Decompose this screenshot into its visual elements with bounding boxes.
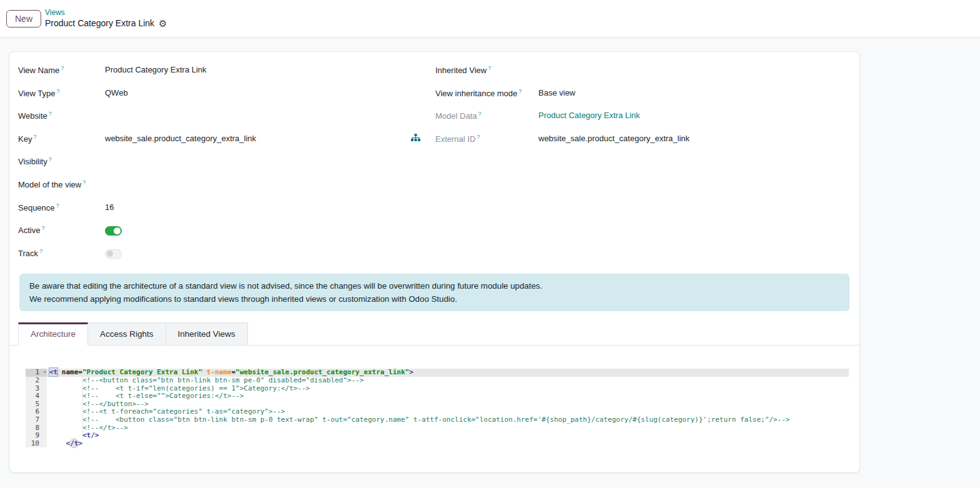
code-line-content: <!-- <t t-else="">Categories:</t>--> xyxy=(47,392,849,401)
field-label-visibility: Visibility? xyxy=(18,155,105,166)
field-text-view-name[interactable]: Product Category Extra Link xyxy=(105,65,207,74)
help-marker-icon: ? xyxy=(41,225,44,231)
field-label-view-name: View Name? xyxy=(18,64,105,75)
code-line-content: <!-- <button class="btn btn-link btn-sm … xyxy=(47,416,849,424)
field-row-inherited-view: Inherited View? xyxy=(435,64,849,87)
line-number: 10 xyxy=(26,440,47,448)
line-number: 4 xyxy=(26,392,47,401)
help-marker-icon: ? xyxy=(488,65,491,71)
field-text-view-type[interactable]: QWeb xyxy=(105,88,128,97)
standard-view-warning-alert: Be aware that editing the architecture o… xyxy=(19,274,849,311)
field-value-view-name: Product Category Extra Link xyxy=(105,64,435,74)
field-row-active: Active? xyxy=(18,224,435,247)
code-line-8: 8 <!--</t>--> xyxy=(26,424,849,432)
field-row-website: Website? xyxy=(18,109,435,132)
help-marker-icon: ? xyxy=(49,156,52,162)
gear-icon[interactable]: ⚙ xyxy=(159,19,167,28)
field-label-active: Active? xyxy=(18,224,105,235)
code-line-7: 7 <!-- <button class="btn btn-link btn-s… xyxy=(26,416,849,424)
field-value-view-inheritance-mode: Base view xyxy=(538,87,849,97)
fields-column-right: Inherited View?View inheritance mode?Bas… xyxy=(435,64,849,269)
field-label-model-data: Model Data? xyxy=(435,109,538,121)
field-value-model-of-the-view xyxy=(105,178,435,179)
field-value-website xyxy=(105,109,435,111)
code-line-4: 4 <!-- <t t-else="">Categories:</t>--> xyxy=(26,392,849,401)
form-sheet: View Name?Product Category Extra LinkVie… xyxy=(9,51,860,473)
help-marker-icon: ? xyxy=(33,134,36,140)
field-text-sequence[interactable]: 16 xyxy=(105,202,114,212)
code-line-10: 10 </t> xyxy=(26,440,849,448)
line-number: 7 xyxy=(26,416,47,424)
field-text-view-inheritance-mode[interactable]: Base view xyxy=(538,88,575,97)
indent-guide xyxy=(82,377,83,439)
code-line-content: </t> xyxy=(47,440,849,448)
field-value-sequence: 16 xyxy=(105,201,435,212)
tab-access-rights[interactable]: Access Rights xyxy=(88,322,166,346)
field-value-active xyxy=(105,224,435,236)
field-label-key: Key? xyxy=(18,132,105,144)
help-marker-icon: ? xyxy=(518,88,522,94)
field-text-external-id: website_sale.product_category_extra_link xyxy=(538,134,690,143)
field-grid: View Name?Product Category Extra LinkVie… xyxy=(9,64,859,269)
field-row-key: Key?website_sale.product_category_extra_… xyxy=(18,132,435,156)
field-row-visibility: Visibility? xyxy=(18,155,435,178)
track-toggle[interactable] xyxy=(105,249,122,259)
code-line-content: <!--</t>--> xyxy=(47,424,849,432)
tab-architecture[interactable]: Architecture xyxy=(18,322,88,346)
field-value-visibility xyxy=(105,155,435,156)
field-row-model-of-the-view: Model of the view? xyxy=(18,178,435,201)
field-value-model-data: Product Category Extra Link xyxy=(538,109,849,120)
breadcrumb-views-link[interactable]: Views xyxy=(45,8,167,17)
field-label-inherited-view: Inherited View? xyxy=(435,64,538,75)
field-value-inherited-view xyxy=(538,64,849,65)
fold-arrow-icon[interactable]: ▾ xyxy=(43,369,46,377)
help-marker-icon: ? xyxy=(82,179,86,186)
help-marker-icon: ? xyxy=(49,111,52,117)
field-label-sequence: Sequence? xyxy=(18,201,105,212)
help-marker-icon: ? xyxy=(57,88,60,94)
field-label-track: Track? xyxy=(18,247,105,258)
code-line-9: 9 <t/> xyxy=(26,432,849,440)
field-text-key[interactable]: website_sale.product_category_extra_link xyxy=(105,134,256,143)
field-row-view-inheritance-mode: View inheritance mode?Base view xyxy=(435,87,849,110)
help-marker-icon: ? xyxy=(478,111,481,117)
help-marker-icon: ? xyxy=(477,134,480,140)
active-toggle[interactable] xyxy=(105,226,122,236)
top-bar: New Views Product Category Extra Link ⚙ xyxy=(0,0,980,38)
field-value-key: website_sale.product_category_extra_link xyxy=(105,132,435,144)
tab-inherited-views[interactable]: Inherited Views xyxy=(166,322,248,346)
help-marker-icon: ? xyxy=(56,202,59,209)
field-row-model-data: Model Data?Product Category Extra Link xyxy=(435,109,849,132)
fields-column-left: View Name?Product Category Extra LinkVie… xyxy=(18,64,435,269)
new-button[interactable]: New xyxy=(6,10,41,27)
content-area: View Name?Product Category Extra LinkVie… xyxy=(0,38,980,473)
field-label-view-inheritance-mode: View inheritance mode? xyxy=(435,87,538,98)
field-value-view-type: QWeb xyxy=(105,87,435,97)
sitemap-icon[interactable] xyxy=(411,134,420,144)
tab-bar: ArchitectureAccess RightsInherited Views xyxy=(9,322,859,346)
field-row-external-id: External ID?website_sale.product_categor… xyxy=(435,132,849,156)
breadcrumb: Views Product Category Extra Link ⚙ xyxy=(45,8,167,29)
field-row-view-type: View Type?QWeb xyxy=(18,87,435,110)
field-label-view-type: View Type? xyxy=(18,87,105,98)
field-value-external-id: website_sale.product_category_extra_link xyxy=(538,132,849,143)
field-value-track xyxy=(105,247,435,259)
architecture-code-editor[interactable]: 1▾<t name="Product Category Extra Link" … xyxy=(26,369,849,447)
field-row-track: Track? xyxy=(18,247,435,270)
code-line-content: <t/> xyxy=(47,432,849,440)
field-row-view-name: View Name?Product Category Extra Link xyxy=(18,64,435,87)
model-data-link[interactable]: Product Category Extra Link xyxy=(538,111,640,120)
field-row-sequence: Sequence?16 xyxy=(18,201,435,224)
field-label-model-of-the-view: Model of the view? xyxy=(18,178,105,189)
field-label-website: Website? xyxy=(18,109,105,121)
page-title: Product Category Extra Link xyxy=(45,17,154,29)
field-label-external-id: External ID? xyxy=(435,132,538,144)
line-number: 2 xyxy=(26,377,47,385)
alert-line-1: Be aware that editing the architecture o… xyxy=(29,279,839,292)
help-marker-icon: ? xyxy=(39,248,42,254)
line-number: 9 xyxy=(26,432,47,440)
alert-line-2: We recommend applying modifications to s… xyxy=(29,292,839,306)
help-marker-icon: ? xyxy=(61,65,64,71)
